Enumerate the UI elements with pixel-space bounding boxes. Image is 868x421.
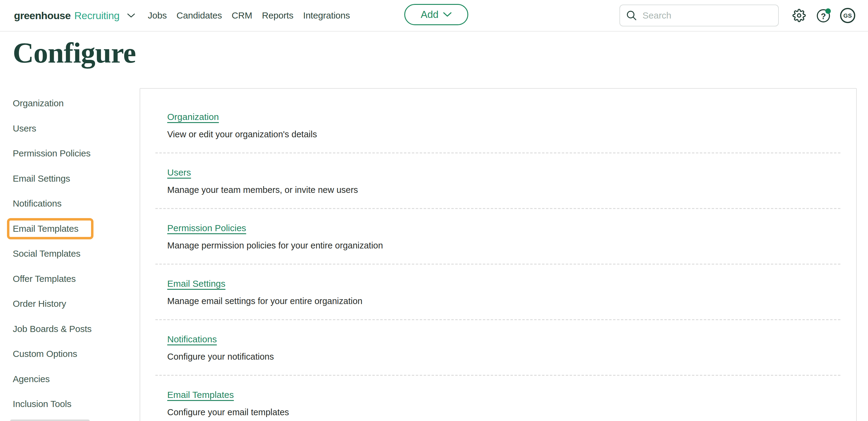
avatar: GS (840, 8, 856, 23)
sidebar-item-order-history[interactable]: Order History (13, 291, 134, 316)
avatar-initials: GS (843, 12, 852, 19)
chevron-down-icon (443, 12, 452, 17)
sidebar-item-notifications[interactable]: Notifications (13, 191, 134, 216)
configure-sections-panel: Organization View or edit your organizat… (140, 88, 857, 421)
highlight-annotation-box: Email Templates (7, 218, 93, 240)
sidebar-item-custom-options[interactable]: Custom Options (13, 341, 134, 367)
sidebar-item-inclusion-tools[interactable]: Inclusion Tools (13, 392, 134, 417)
add-button-label: Add (421, 9, 439, 20)
organization-description: View or edit your organization's details (167, 129, 856, 140)
configure-sidebar: Organization Users Permission Policies E… (13, 91, 134, 417)
sidebar-item-users[interactable]: Users (13, 116, 134, 141)
page-title: Configure (13, 36, 136, 69)
top-nav-bar: greenhouse Recruiting Jobs Candidates CR… (0, 0, 868, 32)
question-mark-glyph: ? (821, 12, 826, 21)
nav-item-integrations[interactable]: Integrations (303, 10, 350, 21)
section-organization: Organization View or edit your organizat… (140, 89, 856, 152)
help-button[interactable]: ? (816, 0, 831, 31)
search-bar[interactable] (619, 5, 779, 26)
nav-item-jobs[interactable]: Jobs (148, 10, 167, 21)
nav-item-crm[interactable]: CRM (231, 10, 252, 21)
section-email-templates: Email Templates Configure your email tem… (140, 376, 856, 421)
sidebar-item-email-settings[interactable]: Email Settings (13, 166, 134, 191)
users-link[interactable]: Users (167, 167, 191, 178)
email-settings-description: Manage email settings for your entire or… (167, 296, 856, 307)
notification-dot (826, 8, 831, 14)
settings-gear-button[interactable] (793, 0, 806, 31)
email-templates-link[interactable]: Email Templates (167, 389, 234, 401)
notifications-link[interactable]: Notifications (167, 334, 217, 345)
primary-nav: Jobs Candidates CRM Reports Integrations (148, 0, 350, 31)
gear-icon (793, 9, 806, 22)
sidebar-item-organization[interactable]: Organization (13, 91, 134, 116)
greenhouse-logo[interactable]: greenhouse Recruiting (14, 0, 135, 31)
chevron-down-icon (127, 13, 135, 18)
help-icon: ? (816, 8, 831, 23)
email-templates-description: Configure your email templates (167, 407, 856, 418)
email-settings-link[interactable]: Email Settings (167, 278, 225, 289)
search-input[interactable] (643, 10, 772, 21)
sidebar-item-social-templates[interactable]: Social Templates (13, 241, 134, 266)
logo-brand-text: greenhouse (14, 10, 71, 22)
permission-policies-description: Manage permission policies for your enti… (167, 240, 856, 251)
add-button[interactable]: Add (404, 4, 468, 25)
permission-policies-link[interactable]: Permission Policies (167, 222, 246, 234)
organization-link[interactable]: Organization (167, 111, 219, 123)
section-email-settings: Email Settings Manage email settings for… (140, 264, 856, 319)
sidebar-item-job-boards-posts[interactable]: Job Boards & Posts (13, 316, 134, 342)
nav-item-candidates[interactable]: Candidates (177, 10, 222, 21)
sidebar-item-agencies[interactable]: Agencies (13, 367, 134, 392)
sidebar-item-offer-templates[interactable]: Offer Templates (13, 266, 134, 291)
sidebar-item-email-templates[interactable]: Email Templates (13, 216, 134, 242)
search-icon (626, 10, 637, 21)
nav-item-reports[interactable]: Reports (262, 10, 293, 21)
user-avatar-button[interactable]: GS (840, 0, 856, 31)
logo-product-text: Recruiting (74, 10, 120, 22)
notifications-description: Configure your notifications (167, 351, 856, 362)
section-users: Users Manage your team members, or invit… (140, 153, 856, 208)
section-notifications: Notifications Configure your notificatio… (140, 320, 856, 375)
section-permission-policies: Permission Policies Manage permission po… (140, 209, 856, 264)
sidebar-item-partial-cutoff[interactable] (10, 419, 90, 421)
sidebar-item-permission-policies[interactable]: Permission Policies (13, 141, 134, 166)
users-description: Manage your team members, or invite new … (167, 185, 856, 195)
